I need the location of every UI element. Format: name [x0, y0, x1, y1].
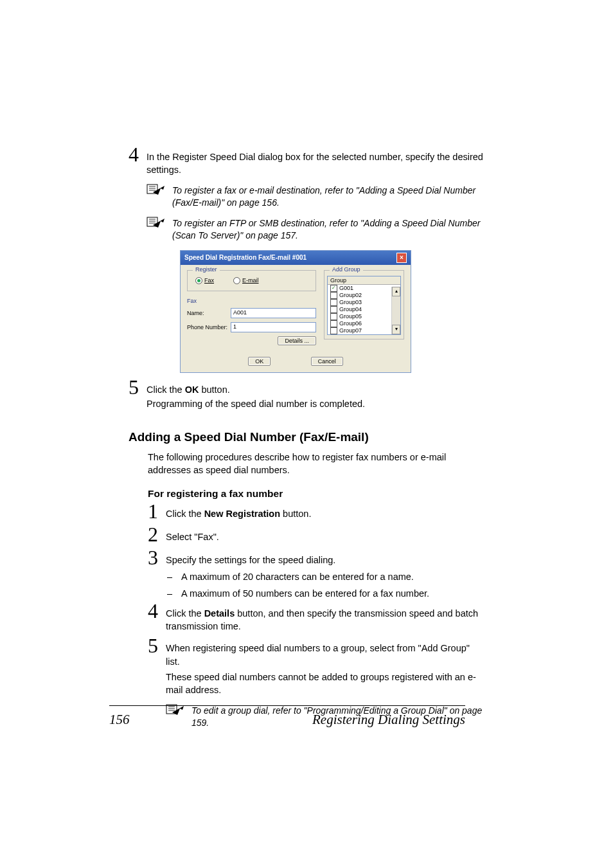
step5-bold: OK: [185, 384, 199, 395]
step-number: 5: [148, 635, 166, 656]
register-groupbox: Register Fax E-mail: [187, 270, 316, 291]
group-item[interactable]: Group05: [328, 313, 400, 320]
checkbox-icon[interactable]: [330, 306, 337, 313]
note-icon: [147, 183, 166, 196]
step1-prefix: Click the: [166, 509, 204, 519]
reg-step-2: 2 Select "Fax".: [148, 528, 484, 545]
checkbox-icon[interactable]: [330, 320, 337, 327]
bullet-1: A maximum of 20 characters can be entere…: [181, 570, 414, 583]
note-ftp-smb: To register an FTP or SMB destination, r…: [147, 217, 484, 242]
group-item-label: Group04: [339, 306, 362, 312]
step-number: 3: [148, 547, 166, 568]
reg-step-3: 3 Specify the settings for the speed dia…: [148, 551, 484, 568]
fax-section-label: Fax: [187, 298, 316, 304]
note-text: To register an FTP or SMB destination, r…: [172, 217, 484, 242]
step3-text: Specify the settings for the speed diali…: [166, 551, 484, 566]
ok-button[interactable]: OK: [248, 357, 271, 366]
step-number: 1: [148, 501, 166, 521]
checkbox-icon[interactable]: [330, 313, 337, 320]
subsection-heading: For registering a fax number: [148, 488, 484, 500]
step1-bold: New Registration: [204, 509, 280, 519]
step5b-line2: These speed dial numbers cannot be added…: [166, 671, 484, 697]
step-number: 5: [129, 377, 147, 397]
group-item-label: Group07: [339, 327, 362, 334]
radio-email[interactable]: E-mail: [233, 277, 259, 284]
step4b-prefix: Click the: [166, 608, 204, 619]
speed-dial-dialog: Speed Dial Registration Fax/E-mail #001 …: [180, 250, 411, 373]
step3-bullets: –A maximum of 20 characters can be enter…: [167, 570, 484, 601]
group-item-label: Group05: [339, 313, 362, 320]
group-item-label: G001: [339, 285, 353, 291]
phone-input[interactable]: 1: [231, 322, 316, 332]
radio-fax-label: Fax: [204, 277, 214, 284]
checkbox-icon[interactable]: [330, 334, 337, 335]
step2-text: Select "Fax".: [166, 528, 484, 543]
section-intro: The following procedures describe how to…: [148, 451, 484, 477]
scroll-down-icon[interactable]: ▾: [392, 325, 400, 334]
footer-title: Registering Dialing Settings: [312, 712, 465, 728]
scrollbar[interactable]: ▴ ▾: [391, 287, 400, 334]
step4b-bold: Details: [204, 608, 235, 619]
dialog-titlebar: Speed Dial Registration Fax/E-mail #001 …: [181, 251, 411, 265]
step-number: 4: [129, 144, 147, 165]
details-button[interactable]: Details ...: [278, 336, 316, 345]
name-label: Name:: [187, 310, 231, 316]
checkbox-icon[interactable]: [330, 292, 337, 299]
footer-rule: [109, 705, 465, 706]
radio-email-label: E-mail: [242, 277, 259, 284]
note-icon: [147, 216, 166, 229]
checkbox-icon[interactable]: ✓: [330, 285, 337, 292]
phone-label: Phone Number:: [187, 324, 231, 330]
step5b-line1: When registering speed dial numbers to a…: [166, 642, 484, 668]
group-item-label: Group03: [339, 299, 362, 305]
step-4: 4 In the Register Speed Dial dialog box …: [129, 148, 484, 177]
group-item-label: Group08: [339, 334, 362, 335]
step-number: 4: [148, 601, 166, 621]
close-icon[interactable]: ×: [396, 253, 407, 263]
checkbox-icon[interactable]: [330, 327, 337, 334]
reg-step-5: 5 When registering speed dial numbers to…: [148, 639, 484, 696]
group-item[interactable]: Group06: [328, 320, 400, 327]
step5-suffix: button.: [199, 384, 229, 395]
group-item[interactable]: Group02: [328, 292, 400, 299]
group-item-label: Group02: [339, 292, 362, 298]
cancel-button[interactable]: Cancel: [311, 357, 343, 366]
fax-fields: Fax Name: A001 Phone Number: 1 Details .…: [187, 298, 316, 345]
group-list[interactable]: Group ✓G001Group02Group03Group04Group05G…: [327, 276, 401, 335]
dialog-title-text: Speed Dial Registration Fax/E-mail #001: [184, 254, 306, 261]
scroll-up-icon[interactable]: ▴: [392, 287, 400, 296]
step-text: In the Register Speed Dial dialog box fo…: [147, 148, 484, 177]
add-group-label: Add Group: [330, 266, 363, 273]
step-number: 2: [148, 524, 166, 545]
bullet-2: A maximum of 50 numbers can be entered f…: [181, 587, 429, 600]
note-fax-email: To register a fax or e-mail destination,…: [147, 185, 484, 210]
group-item-label: Group06: [339, 320, 362, 327]
group-item[interactable]: Group04: [328, 306, 400, 313]
register-label: Register: [193, 266, 220, 273]
group-item[interactable]: Group03: [328, 299, 400, 306]
reg-step-1: 1 Click the New Registration button.: [148, 505, 484, 521]
step5-prefix: Click the: [147, 384, 185, 395]
footer-page-number: 156: [109, 712, 130, 728]
note-text: To register a fax or e-mail destination,…: [172, 185, 484, 210]
section-heading: Adding a Speed Dial Number (Fax/E-mail): [129, 430, 484, 444]
reg-step-4: 4 Click the Details button, and then spe…: [148, 604, 484, 633]
step-5: 5 Click the OK button. Programming of th…: [129, 381, 484, 413]
name-input[interactable]: A001: [231, 308, 316, 318]
radio-fax[interactable]: Fax: [195, 277, 214, 284]
group-header: Group: [328, 276, 400, 285]
add-group-box: Add Group Group ✓G001Group02Group03Group…: [324, 270, 404, 339]
step5-line2: Programming of the speed dial number is …: [147, 397, 484, 410]
step1-suffix: button.: [280, 509, 311, 519]
checkbox-icon[interactable]: [330, 299, 337, 306]
group-item[interactable]: ✓G001: [328, 285, 400, 292]
group-item[interactable]: Group07: [328, 327, 400, 334]
group-item[interactable]: Group08: [328, 334, 400, 335]
